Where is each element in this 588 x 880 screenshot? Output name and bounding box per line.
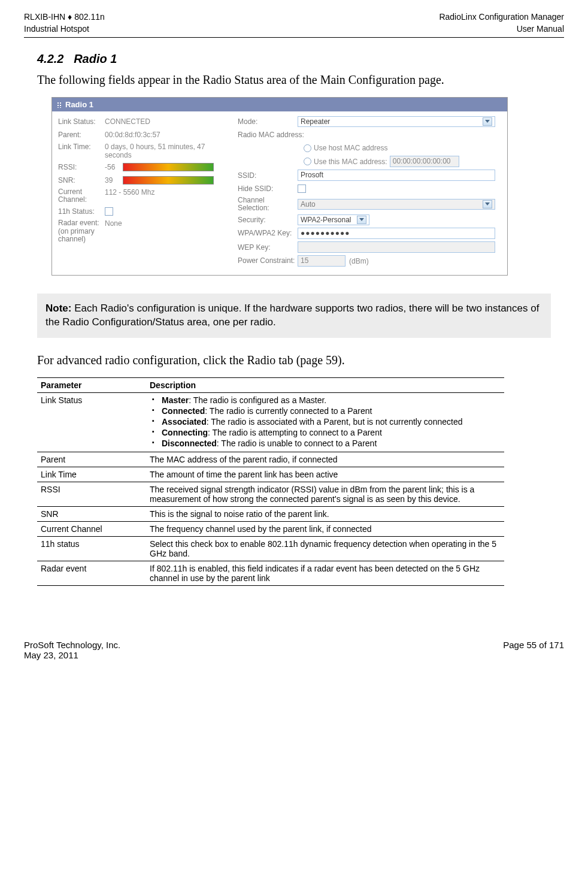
panel-right-column: Mode: Repeater Radio MAC address: Use ho… [238,116,501,269]
param-desc: Select this check box to enable 802.11h … [146,537,504,561]
snr-value: 39 [105,176,123,185]
chevron-down-icon [483,117,492,126]
grip-icon [57,102,62,108]
header-row1: RLXIB-IHN ♦ 802.11n RadioLinx Configurat… [24,12,564,22]
footer-left-2: May 23, 2011 [24,650,78,660]
radar-label: Radar event: (on primary channel) [58,219,105,243]
header-left-1: RLXIB-IHN ♦ 802.11n [24,12,105,22]
header-left-2: Industrial Hotspot [24,24,89,34]
mac-option1-label: Use host MAC address [314,144,387,152]
chan-sel-value: Auto [301,200,316,208]
table-row: SNRThis is the signal to noise ratio of … [37,507,504,522]
table-row: RSSIThe received signal strength indicat… [37,482,504,507]
note-prefix: Note: [46,303,71,314]
mac-address-input[interactable]: 00:00:00:00:00:00 [390,156,459,167]
wpa-key-input[interactable]: ●●●●●●●●●● [298,228,495,239]
list-item: Master: The radio is configured as a Mas… [150,395,501,405]
list-item: Associated: The radio is associated with… [150,417,501,427]
chevron-down-icon [483,200,492,208]
wep-key-input[interactable] [298,241,495,253]
mode-select[interactable]: Repeater [298,116,495,127]
param-desc: The amount of time the parent link has b… [146,467,504,482]
param-desc: The MAC address of the parent radio, if … [146,452,504,467]
th-parameter: Parameter [37,378,146,393]
param-name: Parent [37,452,146,467]
power-input[interactable]: 15 [298,255,345,267]
link-status-value: CONNECTED [105,117,150,126]
footer-left-1: ProSoft Technology, Inc. [24,640,120,650]
table-row: ParentThe MAC address of the parent radi… [37,452,504,467]
footer-left: ProSoft Technology, Inc. May 23, 2011 [24,640,120,660]
header-row2: Industrial Hotspot User Manual [24,24,564,34]
chevron-down-icon [357,216,366,224]
table-row: Current ChannelThe frequency channel use… [37,522,504,537]
param-desc: Master: The radio is configured as a Mas… [146,393,504,452]
ssid-input[interactable]: Prosoft [298,170,495,181]
table-row: Link StatusMaster: The radio is configur… [37,393,504,452]
list-item: Connected: The radio is currently connec… [150,406,501,416]
body-content: 4.2.2 Radio 1 The following fields appea… [24,52,564,586]
mac-option2-radio[interactable] [304,158,311,165]
param-desc: The received signal strength indicator (… [146,482,504,507]
chan-sel-select[interactable]: Auto [298,199,495,210]
panel-header: Radio 1 [52,98,507,111]
param-name: Radar event [37,561,146,586]
section-number: 4.2.2 [37,52,63,65]
chan-sel-label: Channel Selection: [238,196,298,212]
radio-mac-label: Radio MAC address: [238,131,304,139]
param-desc: The frequency channel used by the parent… [146,522,504,537]
radio1-panel: Radio 1 Link Status: CONNECTED Parent: 0… [51,97,508,276]
advanced-text: For advanced radio configuration, click … [37,352,551,368]
rssi-value: -56 [105,163,123,171]
power-label: Power Constraint: [238,257,298,265]
security-label: Security: [238,216,298,224]
page: RLXIB-IHN ♦ 802.11n RadioLinx Configurat… [0,0,588,672]
mode-value: Repeater [301,117,330,126]
wep-key-label: WEP Key: [238,243,298,252]
panel-left-column: Link Status: CONNECTED Parent: 00:0d:8d:… [58,116,238,269]
screenshot-wrapper: Radio 1 Link Status: CONNECTED Parent: 0… [37,97,551,276]
section-title: Radio 1 [74,52,117,65]
param-name: Link Status [37,393,146,452]
parent-label: Parent: [58,131,105,139]
note-text: Each Radio's configuration is unique. If… [46,303,539,328]
table-row: Link TimeThe amount of time the parent l… [37,467,504,482]
th-description: Description [146,378,504,393]
security-select[interactable]: WPA2-Personal [298,214,369,225]
header-right-2: User Manual [517,24,564,34]
note-box: Note: Each Radio's configuration is uniq… [37,294,551,338]
wpa-key-label: WPA/WPA2 Key: [238,229,298,237]
mode-label: Mode: [238,117,298,126]
link-time-label: Link Time: [58,143,105,151]
mac-option1-radio[interactable] [304,144,311,152]
ssid-label: SSID: [238,171,298,180]
section-heading: 4.2.2 Radio 1 [37,52,551,66]
link-time-value: 0 days, 0 hours, 51 minutes, 47 seconds [105,143,219,159]
list-item: Connecting: The radio is attempting to c… [150,428,501,437]
rssi-bar [123,163,214,171]
curchan-value: 112 - 5560 Mhz [105,188,154,196]
eleven-h-checkbox[interactable] [105,207,113,216]
param-name: Current Channel [37,522,146,537]
hide-ssid-label: Hide SSID: [238,185,298,193]
eleven-h-label: 11h Status: [58,207,105,216]
top-divider [24,37,564,38]
curchan-label: Current Channel: [58,188,105,204]
param-name: 11h status [37,537,146,561]
snr-bar [123,176,214,185]
param-name: SNR [37,507,146,522]
panel-title: Radio 1 [65,100,93,109]
table-row: 11h statusSelect this check box to enabl… [37,537,504,561]
param-desc: This is the signal to noise ratio of the… [146,507,504,522]
snr-label: SNR: [58,176,105,185]
param-desc: If 802.11h is enabled, this field indica… [146,561,504,586]
power-unit: (dBm) [349,257,369,265]
header-right-1: RadioLinx Configuration Manager [439,12,564,22]
footer-right: Page 55 of 171 [503,640,564,660]
list-item: Disconnected: The radio is unable to con… [150,439,501,448]
param-name: RSSI [37,482,146,507]
parameter-table: Parameter Description Link StatusMaster:… [37,377,504,586]
hide-ssid-checkbox[interactable] [298,185,306,193]
section-intro: The following fields appear in the Radio… [37,72,551,87]
rssi-label: RSSI: [58,163,105,171]
